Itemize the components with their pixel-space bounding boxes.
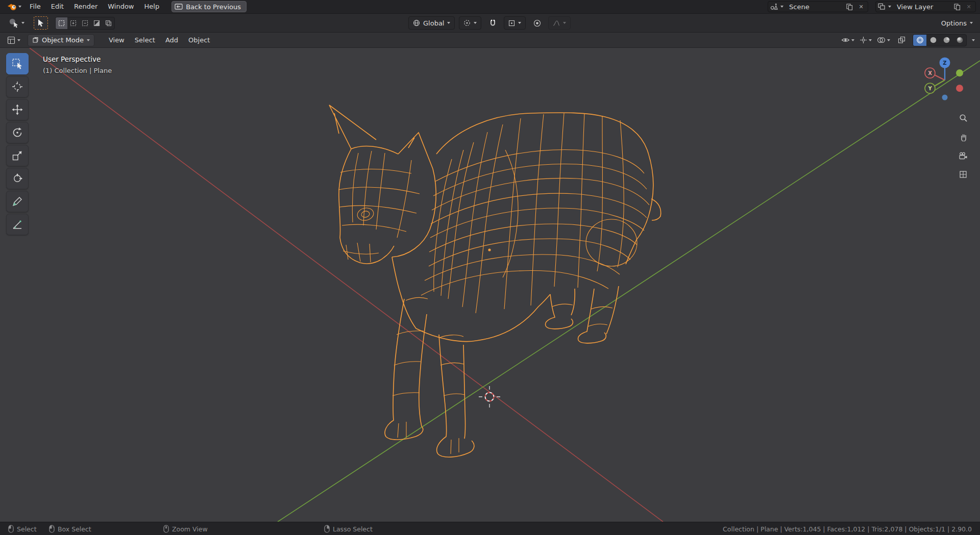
cursor-3d xyxy=(479,386,500,407)
tool-cursor[interactable] xyxy=(6,76,29,97)
hint-lasso-select-label: Lasso Select xyxy=(333,525,373,533)
active-tool-dropdown[interactable] xyxy=(6,16,27,30)
select-mode-subtract-button[interactable] xyxy=(79,17,91,29)
select-mode-extend-button[interactable] xyxy=(67,17,79,29)
select-mode-intersect-button[interactable] xyxy=(103,17,114,29)
menu-select[interactable]: Select xyxy=(130,33,160,47)
object-visibility-dropdown[interactable] xyxy=(841,37,854,43)
options-label: Options xyxy=(941,19,967,27)
scene-statistics: Collection | Plane | Verts:1,045 | Faces… xyxy=(723,522,972,535)
view-layer-selector[interactable]: View Layer ✕ xyxy=(875,1,976,12)
editor-type-dropdown[interactable] xyxy=(5,35,22,45)
mouse-left-drag-icon xyxy=(49,525,55,533)
tool-move[interactable] xyxy=(6,99,29,120)
wireframe-mesh-cat[interactable] xyxy=(329,105,661,457)
tool-select-box[interactable] xyxy=(6,53,29,74)
scene-icon xyxy=(770,3,778,10)
show-gizmo-dropdown[interactable] xyxy=(860,36,872,44)
hand-icon xyxy=(959,133,968,141)
pivot-point-dropdown[interactable] xyxy=(459,16,481,30)
pivot-point-icon xyxy=(463,19,471,27)
toggle-ortho-button[interactable] xyxy=(955,167,971,182)
gizmo-z-label: Z xyxy=(943,60,946,66)
caret-down-icon xyxy=(970,22,973,24)
menu-file[interactable]: File xyxy=(24,0,46,13)
transform-orientation-dropdown[interactable]: Global xyxy=(408,16,455,30)
snap-toggle-button[interactable] xyxy=(485,16,500,30)
tool-rotate[interactable] xyxy=(6,122,29,143)
caret-down-icon xyxy=(888,6,891,8)
shading-wireframe-button[interactable] xyxy=(913,35,926,46)
active-object-context-label: (1) Collection | Plane xyxy=(43,67,112,74)
tool-annotate[interactable] xyxy=(6,191,29,212)
select-mode-invert-button[interactable] xyxy=(91,17,103,29)
caret-down-icon xyxy=(17,39,20,41)
viewport-3d[interactable]: User Perspective (1) Collection | Plane xyxy=(0,48,980,522)
blender-window: File Edit Render Window Help Back to Pre… xyxy=(0,0,980,535)
object-mode-icon xyxy=(32,37,39,43)
keymap-hint-box-select: Box Select xyxy=(49,522,91,535)
shading-rendered-icon xyxy=(956,36,964,44)
menu-view[interactable]: View xyxy=(104,33,130,47)
editor-3d-viewport-icon xyxy=(7,36,15,44)
viewport-menus: View Select Add Object xyxy=(104,33,215,47)
mode-label: Object Mode xyxy=(42,36,84,44)
magnifier-icon xyxy=(959,114,968,122)
xray-toggle-button[interactable] xyxy=(895,34,908,46)
menu-edit[interactable]: Edit xyxy=(46,0,69,13)
keymap-hint-select: Select xyxy=(8,522,37,535)
blender-logo-icon xyxy=(7,3,17,11)
shading-rendered-button[interactable] xyxy=(953,35,966,46)
mode-dropdown[interactable]: Object Mode xyxy=(28,34,94,46)
move-icon xyxy=(11,104,23,116)
shading-solid-button[interactable] xyxy=(926,35,940,46)
gizmo-x-negative-dot[interactable] xyxy=(956,85,963,92)
menu-add[interactable]: Add xyxy=(160,33,183,47)
proportional-falloff-dropdown[interactable] xyxy=(548,16,571,30)
navigation-gizmo[interactable]: Z X Y xyxy=(917,52,973,108)
menu-help[interactable]: Help xyxy=(139,0,165,13)
options-dropdown[interactable]: Options xyxy=(941,19,973,27)
gizmo-y-negative-dot[interactable] xyxy=(956,69,963,77)
overlays-icon xyxy=(877,37,886,43)
scene-new-copy-button[interactable] xyxy=(845,2,854,11)
view-perspective-label: User Perspective xyxy=(43,55,101,63)
blender-logo-menu[interactable] xyxy=(4,3,24,11)
pan-view-button[interactable] xyxy=(955,129,971,144)
menu-object[interactable]: Object xyxy=(183,33,215,47)
select-mode-new-button[interactable] xyxy=(56,17,67,29)
shading-wireframe-icon xyxy=(916,36,924,44)
proportional-edit-icon xyxy=(533,19,541,27)
shading-material-button[interactable] xyxy=(940,35,953,46)
tweak-tool-button[interactable] xyxy=(34,16,48,30)
viewport-side-buttons xyxy=(955,110,971,182)
caret-down-icon xyxy=(21,22,24,24)
scene-selector[interactable]: Scene ✕ xyxy=(768,1,868,12)
proportional-edit-toggle[interactable] xyxy=(530,16,544,30)
snap-increment-icon xyxy=(508,20,515,27)
viewport-canvas[interactable] xyxy=(0,48,980,522)
view-layer-icon xyxy=(878,3,886,10)
camera-view-button[interactable] xyxy=(955,148,971,163)
gizmo-z-negative-dot[interactable] xyxy=(942,95,948,100)
view-layer-remove-button[interactable]: ✕ xyxy=(964,2,973,11)
toolbar xyxy=(6,53,30,235)
scene-unlink-button[interactable]: ✕ xyxy=(856,2,866,11)
viewport-header-right xyxy=(841,34,975,46)
menu-window[interactable]: Window xyxy=(103,0,139,13)
back-to-previous-button[interactable]: Back to Previous xyxy=(172,1,247,12)
rotate-icon xyxy=(11,126,23,139)
tool-measure[interactable] xyxy=(6,214,29,235)
gizmo-axis-balls[interactable]: Z X Y xyxy=(925,58,963,100)
tool-scale[interactable] xyxy=(6,145,29,166)
close-icon: ✕ xyxy=(859,4,863,10)
snap-settings-dropdown[interactable] xyxy=(504,16,526,30)
view-layer-add-button[interactable] xyxy=(952,2,962,11)
back-screen-icon xyxy=(175,4,183,10)
tool-transform[interactable] xyxy=(6,168,29,189)
zoom-view-button[interactable] xyxy=(955,110,971,125)
gizmo-x-label: X xyxy=(928,70,932,76)
menu-render[interactable]: Render xyxy=(69,0,103,13)
tool-settings-header: Global xyxy=(0,14,980,33)
show-overlays-dropdown[interactable] xyxy=(877,37,890,43)
